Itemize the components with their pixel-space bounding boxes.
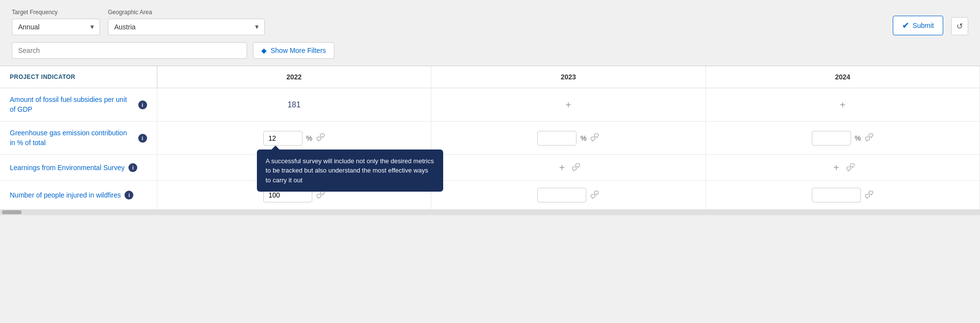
year-2024-cell-fossil: + bbox=[705, 88, 980, 122]
target-frequency-select-wrapper: Annual ▼ bbox=[12, 19, 100, 35]
year-2023-cell-greenhouse: % 🗪 bbox=[431, 122, 706, 155]
greenhouse-2023-percent: % bbox=[580, 134, 586, 142]
year-2022-cell-learnings: ✎ 🗪 bbox=[157, 155, 431, 181]
year-2022-cell-wildfires: 🗪 bbox=[157, 181, 431, 210]
filter-icon: ◆ bbox=[261, 47, 267, 54]
fossil-2024-add-button[interactable]: + bbox=[837, 99, 849, 111]
year-2022-cell-greenhouse: % 🗪 A successful survey will include not… bbox=[157, 122, 431, 155]
greenhouse-2022-cell: % 🗪 A successful survey will include not… bbox=[167, 131, 422, 146]
comment-icon[interactable]: 🗪 bbox=[316, 133, 325, 143]
year-2022-header: 2022 bbox=[157, 66, 431, 88]
geographic-area-label: Geographic Area bbox=[108, 9, 265, 16]
comment-icon-learnings-2024[interactable]: 🗪 bbox=[846, 163, 855, 173]
year-2024-cell-wildfires: 🗪 bbox=[705, 181, 980, 210]
info-icon-wildfires[interactable]: i bbox=[125, 191, 133, 199]
year-2023-cell-learnings: + 🗪 bbox=[431, 155, 706, 181]
info-icon[interactable]: i bbox=[138, 100, 147, 109]
check-circle-icon: ✔ bbox=[902, 20, 909, 31]
submit-button[interactable]: ✔ Submit bbox=[893, 16, 943, 35]
info-icon-greenhouse[interactable]: i bbox=[138, 134, 147, 143]
greenhouse-2022-input[interactable] bbox=[263, 131, 302, 146]
year-2023-cell-fossil: + bbox=[431, 88, 706, 122]
indicator-cell: Amount of fossil fuel subsidies per unit… bbox=[0, 88, 157, 122]
year-2023-cell-wildfires: 🗪 bbox=[431, 181, 706, 210]
target-frequency-group: Target Frequency Annual ▼ bbox=[12, 9, 100, 35]
year-2022-cell-fossil: 181 bbox=[157, 88, 431, 122]
horizontal-scrollbar[interactable] bbox=[0, 209, 980, 215]
greenhouse-2024-input[interactable] bbox=[812, 131, 851, 146]
comment-icon-2023[interactable]: 🗪 bbox=[590, 133, 599, 143]
info-icon-learnings[interactable]: i bbox=[128, 163, 137, 172]
year-2023-header: 2023 bbox=[431, 66, 706, 88]
year-2024-cell-greenhouse: % 🗪 bbox=[705, 122, 980, 155]
refresh-button[interactable]: ↺ bbox=[951, 17, 968, 35]
submit-label: Submit bbox=[912, 22, 934, 29]
wildfires-2024-input[interactable] bbox=[812, 188, 861, 202]
comment-icon-learnings-2023[interactable]: 🗪 bbox=[572, 163, 580, 173]
edit-icon-learnings[interactable]: ✎ bbox=[285, 164, 291, 172]
indicator-column-header: PROJECT INDICATOR bbox=[0, 66, 157, 88]
table-container: PROJECT INDICATOR 2022 2023 2024 Amount … bbox=[0, 66, 980, 209]
show-more-filters-label: Show More Filters bbox=[271, 47, 326, 54]
table-row: Greenhouse gas emission contribution in … bbox=[0, 122, 980, 155]
scrollbar-thumb[interactable] bbox=[2, 210, 22, 214]
table-row: Amount of fossil fuel subsidies per unit… bbox=[0, 88, 980, 122]
comment-icon-2024[interactable]: 🗪 bbox=[865, 133, 874, 143]
learnings-2023-add-button[interactable]: + bbox=[556, 162, 568, 174]
geographic-area-group: Geographic Area Austria ▼ bbox=[108, 9, 265, 35]
indicator-link-learnings[interactable]: Learnings from Environmental Survey bbox=[10, 163, 125, 173]
fossil-2022-value: 181 bbox=[287, 100, 301, 109]
indicator-cell-wildfires: Number of people injured in wildfires i bbox=[0, 181, 157, 210]
comment-icon-wildfires-2024[interactable]: 🗪 bbox=[865, 190, 874, 200]
greenhouse-2022-percent: % bbox=[306, 134, 312, 142]
geographic-area-select[interactable]: Austria bbox=[108, 19, 265, 35]
fossil-2023-add-button[interactable]: + bbox=[562, 99, 574, 111]
wildfires-2023-input[interactable] bbox=[537, 188, 586, 202]
refresh-icon: ↺ bbox=[956, 22, 963, 31]
indicator-link-wildfires[interactable]: Number of people injured in wildfires bbox=[10, 191, 121, 200]
comment-icon-wildfires-2022[interactable]: 🗪 bbox=[316, 190, 325, 200]
table-header-row: PROJECT INDICATOR 2022 2023 2024 bbox=[0, 66, 980, 88]
show-more-filters-button[interactable]: ◆ Show More Filters bbox=[253, 42, 334, 59]
learnings-2024-add-button[interactable]: + bbox=[830, 162, 842, 174]
greenhouse-2024-percent: % bbox=[855, 134, 861, 142]
data-table: PROJECT INDICATOR 2022 2023 2024 Amount … bbox=[0, 66, 980, 209]
target-frequency-select[interactable]: Annual bbox=[12, 19, 100, 35]
greenhouse-2023-input[interactable] bbox=[537, 131, 577, 146]
search-input[interactable] bbox=[12, 42, 247, 59]
comment-icon-learnings[interactable]: 🗪 bbox=[295, 163, 303, 173]
search-row: ◆ Show More Filters bbox=[0, 42, 980, 66]
top-bar: Target Frequency Annual ▼ Geographic Are… bbox=[0, 0, 980, 42]
comment-icon-wildfires-2023[interactable]: 🗪 bbox=[590, 190, 599, 200]
target-frequency-label: Target Frequency bbox=[12, 9, 100, 16]
indicator-link-greenhouse[interactable]: Greenhouse gas emission contribution in … bbox=[10, 128, 134, 148]
wildfires-2022-input[interactable] bbox=[263, 188, 312, 202]
geographic-area-select-wrapper: Austria ▼ bbox=[108, 19, 265, 35]
year-2024-cell-learnings: + 🗪 bbox=[705, 155, 980, 181]
table-row: Number of people injured in wildfires i … bbox=[0, 181, 980, 210]
indicator-cell-learnings: Learnings from Environmental Survey i bbox=[0, 155, 157, 181]
indicator-cell-greenhouse: Greenhouse gas emission contribution in … bbox=[0, 122, 157, 155]
indicator-link-fossil[interactable]: Amount of fossil fuel subsidies per unit… bbox=[10, 95, 134, 114]
table-row: Learnings from Environmental Survey i ✎ … bbox=[0, 155, 980, 181]
year-2024-header: 2024 bbox=[705, 66, 980, 88]
